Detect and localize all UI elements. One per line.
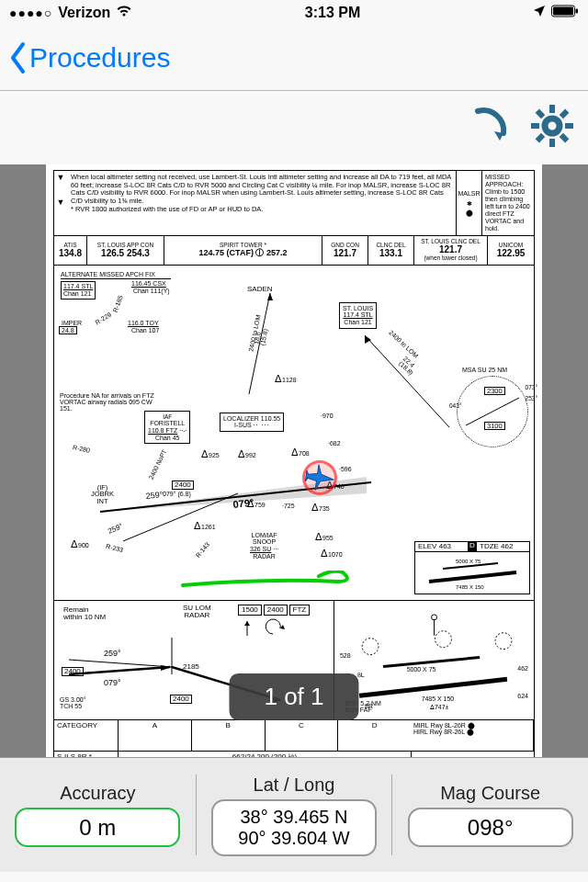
pt900: 900 [78, 542, 89, 548]
snoop-radar: RADAR [253, 553, 276, 560]
location-icon [533, 5, 546, 21]
approach-plate: ▼▼ When local altimeter setting not rece… [46, 164, 542, 757]
holding-alt: 2400 [172, 481, 194, 490]
notes-rvr: * RVR 1800 authorized with the use of FD… [71, 205, 263, 213]
clnc2-sub: (when tower closed) [418, 255, 483, 262]
pt1261: 1261 [201, 524, 216, 530]
svg-text:8L: 8L [356, 671, 365, 678]
pt1070: 1070 [328, 551, 343, 558]
cat: CATEGORY [54, 720, 119, 751]
m2400: 2400 [264, 605, 288, 616]
catc: C [266, 720, 339, 751]
carrier-label: Verizon [58, 5, 110, 21]
svg-point-39 [495, 632, 512, 649]
back-button[interactable]: Procedures [7, 40, 170, 75]
page-indicator: 1 of 1 [229, 673, 358, 720]
svg-text:259°: 259° [145, 490, 164, 501]
notes-main: When local altimeter setting not receive… [71, 173, 451, 205]
a462: 462 [517, 665, 528, 672]
ownship-marker [302, 460, 337, 495]
gnd-val: 121.7 [326, 249, 364, 259]
battery-icon [551, 5, 579, 21]
svg-rect-9 [536, 133, 546, 143]
magcourse-label: Mag Course [440, 783, 540, 804]
app-val: 126.5 254.3 [91, 249, 160, 259]
pt955: 955 [322, 535, 334, 541]
freq-row: ATIS134.8 ST. LOUIS APP CON126.5 254.3 S… [53, 236, 535, 265]
toy-chan: Chan 107 [131, 327, 159, 334]
svg-line-35 [359, 679, 507, 695]
catb: B [192, 720, 266, 751]
iaf-title: IAF [163, 413, 172, 420]
malsr-label: MALSR [458, 190, 480, 197]
mirl: MIRL Rwy 8L-26R ⬤ [413, 722, 530, 729]
missed-title: MISSED APPROACH: [485, 174, 523, 187]
msa: MSA SU 25 NM [462, 367, 507, 373]
refresh-icon[interactable] [465, 102, 513, 153]
svg-rect-1 [553, 7, 573, 16]
svg-text:259°: 259° [107, 521, 124, 535]
svg-line-17 [123, 493, 238, 541]
gear-icon[interactable] [529, 103, 575, 153]
pt725: 725 [284, 503, 295, 509]
malsr-icon: ✱ [467, 200, 472, 207]
proc-na: Procedure NA for arrivals on FTZ VORTAC … [60, 392, 161, 413]
notes-box: ▼▼ When local altimeter setting not rece… [53, 170, 535, 236]
stl-chan: Chan 121 [63, 290, 91, 297]
loc-title: LOCALIZER 110.55 [223, 415, 280, 422]
chart-viewer[interactable]: NC-3, 31 MAR 2016 to 28 APR 2016 NC-3, 3… [0, 164, 588, 757]
svg-line-25 [69, 667, 170, 674]
svg-line-36 [383, 657, 480, 666]
prof-alt1: 2400 [62, 667, 84, 676]
prof-alt2: 2400 [170, 695, 192, 704]
iaf-chan: Chan 45 [155, 435, 179, 441]
tdze: TDZE 462 [477, 542, 529, 551]
csx-chan: Chan 111(Y) [133, 288, 170, 295]
iaf-freq: 110.8 FTZ [148, 427, 177, 434]
svg-rect-7 [565, 123, 573, 129]
back-label: Procedures [29, 42, 170, 74]
svg-text:7485 X 150: 7485 X 150 [456, 584, 484, 590]
svg-rect-4 [549, 105, 555, 113]
csx-freq: 116.45 CSX [131, 280, 166, 288]
minima-row: CATEGORY A B C D MIRL Rwy 8L-26R ⬤ HIRL … [53, 720, 535, 752]
svg-line-21 [429, 572, 516, 582]
wifi-icon [116, 5, 132, 21]
atis-val: 134.8 [58, 249, 83, 259]
snoop-freq: 326 SU [250, 546, 271, 552]
missed-text: Climb to 1500 then climbing left turn to… [485, 188, 530, 232]
svg-text:5000 X 75: 5000 X 75 [456, 559, 481, 564]
nopt-d: 079° (6.8) [163, 491, 191, 497]
svg-line-14 [466, 398, 519, 425]
svg-point-37 [362, 638, 379, 654]
svg-text:7485 X 150: 7485 X 150 [422, 695, 455, 702]
user-annotation [181, 571, 360, 594]
svg-text:259°: 259° [104, 649, 121, 658]
svg-rect-10 [536, 109, 546, 119]
accuracy-value[interactable]: 0 m [15, 808, 180, 848]
pt596: 596 [341, 466, 352, 472]
gs: GS 3.00° TCH 55 [60, 696, 85, 710]
hirl: HIRL Rwy 8R-26L ⬤ [413, 729, 530, 735]
toolbar [0, 91, 588, 164]
accuracy-label: Accuracy [60, 783, 135, 804]
iaf-name: FORISTELL [150, 420, 185, 426]
minima-row-2: S-ILS 8R * 662/24 200 (200-½) [53, 752, 535, 758]
pt925: 925 [209, 452, 220, 458]
svg-rect-6 [531, 123, 539, 129]
lat: 38° 39.465 N [241, 807, 348, 827]
chevron-left-icon [7, 40, 28, 75]
cata: A [119, 720, 192, 751]
clnc-val: 133.1 [372, 249, 410, 259]
svg-rect-5 [549, 139, 555, 147]
pt735: 735 [319, 505, 330, 512]
magcourse-value[interactable]: 098° [408, 808, 573, 848]
snoop-name: SNOOP [253, 538, 276, 545]
latlong-value[interactable]: 38° 39.465 N 90° 39.604 W [211, 799, 377, 856]
svg-rect-11 [560, 133, 570, 143]
alt-apch-title: ALTERNATE MISSED APCH FIX [61, 271, 171, 280]
r280: R-280 [72, 444, 90, 454]
svg-rect-2 [576, 9, 579, 14]
loc-sub: I-SUS [234, 422, 252, 428]
status-bar: ●●●●○ Verizon 3:13 PM [0, 0, 588, 26]
